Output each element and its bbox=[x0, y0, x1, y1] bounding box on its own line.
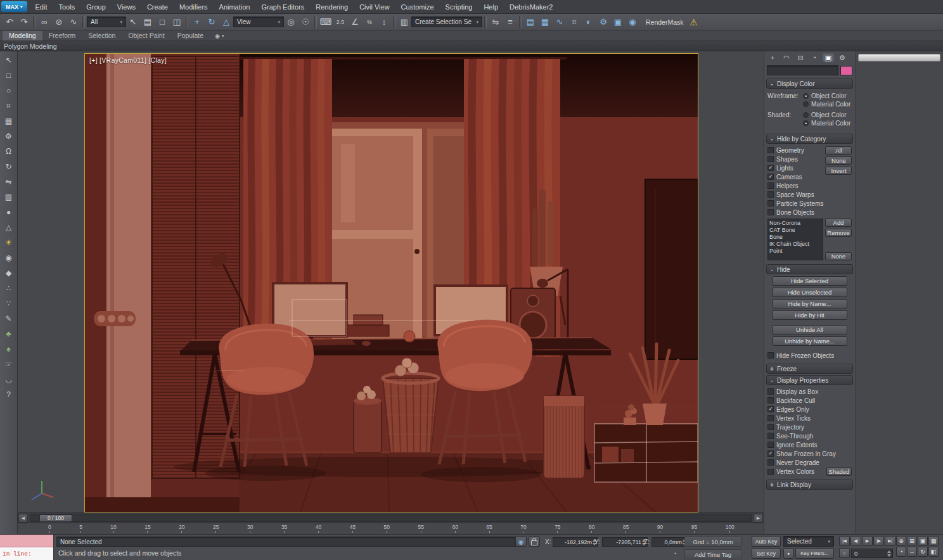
shaded-color-radio[interactable]: ● Material Color bbox=[803, 119, 850, 127]
curve-editor-icon[interactable]: ∿ bbox=[553, 15, 567, 29]
checkbox[interactable]: ✓ bbox=[767, 406, 774, 412]
display-property-row[interactable]: Trajectory bbox=[767, 423, 852, 431]
checkbox[interactable] bbox=[767, 156, 774, 162]
auto-key-button[interactable]: Auto Key bbox=[752, 536, 781, 547]
pan-icon[interactable]: ↔ bbox=[907, 547, 917, 557]
create-tab[interactable]: + bbox=[766, 53, 779, 63]
reference-coordinate-dropdown[interactable]: View bbox=[233, 16, 284, 27]
keyboard-override-icon[interactable]: ⌨ bbox=[319, 15, 333, 29]
checkbox[interactable] bbox=[767, 182, 774, 189]
hand-tool-icon[interactable]: ☞ bbox=[1, 357, 16, 371]
mirror-tool-icon[interactable]: ⇋ bbox=[1, 175, 16, 189]
lattice-icon[interactable]: ⌗ bbox=[1, 99, 16, 113]
radio-icon[interactable]: ● bbox=[803, 120, 809, 126]
spinner-snap-icon[interactable]: ↕ bbox=[377, 15, 391, 29]
display-property-row[interactable]: Never Degrade bbox=[767, 458, 852, 467]
menu-item[interactable]: DebrisMaker2 bbox=[504, 0, 558, 13]
display-property-row[interactable]: See-Through bbox=[767, 431, 852, 440]
none-button[interactable]: None bbox=[825, 252, 852, 260]
warning-icon[interactable]: ⚠ bbox=[688, 17, 700, 27]
radio-icon[interactable]: ● bbox=[803, 93, 809, 99]
render-production-icon[interactable]: ◉ bbox=[625, 15, 639, 29]
motion-tab[interactable]: ◔ bbox=[808, 53, 821, 63]
ribbon-config-icon[interactable]: ◉ bbox=[215, 33, 224, 41]
display-property-row[interactable]: Display as Box bbox=[767, 387, 852, 396]
named-selection-set-dropdown[interactable]: Create Selection Se bbox=[411, 16, 482, 27]
percent-snap-icon[interactable]: % bbox=[362, 15, 376, 29]
cone-primitive-icon[interactable]: △ bbox=[1, 220, 16, 234]
radio-icon[interactable] bbox=[803, 101, 809, 107]
go-to-start-icon[interactable]: |◀ bbox=[839, 536, 850, 546]
hide-button[interactable]: Hide by Hit bbox=[773, 310, 847, 320]
hedra-icon[interactable]: ◆ bbox=[1, 266, 16, 280]
bone-objects-list[interactable]: Non-CoronaCAT BoneBoneIK Chain ObjectPoi… bbox=[767, 219, 823, 260]
rendered-frame-icon[interactable]: ▣ bbox=[611, 15, 625, 29]
modify-tab[interactable]: ◠ bbox=[780, 53, 793, 63]
undo-icon[interactable]: ↶ bbox=[3, 15, 16, 29]
spray-icon[interactable]: ∵ bbox=[1, 296, 16, 310]
docked-toolbar[interactable] bbox=[858, 54, 940, 61]
checkbox[interactable] bbox=[767, 442, 774, 448]
grid-array-icon[interactable]: ▦ bbox=[1, 114, 16, 128]
category-checkbox-row[interactable]: Shapes bbox=[767, 155, 823, 163]
grass-icon[interactable]: ♠ bbox=[1, 342, 16, 356]
checkbox[interactable]: ✓ bbox=[767, 450, 774, 457]
ribbon-tab[interactable]: Object Paint bbox=[122, 31, 170, 41]
selection-filter-dropdown[interactable]: All bbox=[87, 16, 126, 27]
list-item[interactable]: IK Chain Object bbox=[769, 241, 821, 248]
rollout-header-display-properties[interactable]: - Display Properties bbox=[766, 375, 853, 385]
menu-item[interactable]: Modifiers bbox=[174, 0, 214, 13]
rendermask-label[interactable]: RenderMask bbox=[646, 18, 684, 26]
key-mode-icon[interactable]: ● bbox=[783, 548, 793, 559]
previous-frame-icon[interactable]: ◀| bbox=[850, 536, 861, 546]
rollout-header-link-display[interactable]: + Link Display bbox=[766, 480, 853, 490]
hide-button[interactable]: Hide by Name... bbox=[773, 299, 847, 309]
radio-icon[interactable] bbox=[803, 112, 809, 118]
layer-manager-icon[interactable]: ▤ bbox=[523, 15, 537, 29]
rotate-tool-icon[interactable]: ↻ bbox=[1, 160, 16, 174]
menu-item[interactable]: Create bbox=[141, 0, 174, 13]
display-property-row[interactable]: ✓ Edges Only bbox=[767, 405, 852, 414]
checkbox[interactable] bbox=[767, 424, 774, 430]
go-to-end-icon[interactable]: ▶| bbox=[885, 536, 895, 546]
select-and-move-icon[interactable]: + bbox=[190, 15, 204, 29]
zoom-extents-all-icon[interactable]: ▦ bbox=[928, 536, 939, 546]
key-selection-dropdown[interactable]: Selected bbox=[783, 536, 834, 547]
track-bar[interactable]: 0510152025303540455055606570758085909510… bbox=[18, 523, 764, 534]
category-checkbox-row[interactable]: ✓ Lights bbox=[767, 163, 823, 172]
select-icon[interactable]: ↖ bbox=[1, 53, 16, 67]
add-button[interactable]: Add bbox=[825, 219, 852, 227]
menu-item[interactable]: Civil View bbox=[354, 0, 395, 13]
display-property-row[interactable]: Ignore Extents bbox=[767, 440, 852, 449]
x-coordinate-field[interactable]: -182,192m bbox=[553, 537, 598, 547]
checkbox[interactable]: ✓ bbox=[767, 165, 774, 171]
scatter-icon[interactable]: ∴ bbox=[1, 281, 16, 295]
display-property-row[interactable]: ✓ Show Frozen in Gray bbox=[767, 449, 852, 458]
ribbon-tab[interactable]: Populate bbox=[171, 31, 210, 41]
checkbox[interactable] bbox=[767, 397, 774, 404]
window-crossing-icon[interactable]: ◫ bbox=[170, 15, 184, 29]
align-icon[interactable]: ≡ bbox=[503, 15, 517, 29]
time-slider-track[interactable]: 0 / 100 bbox=[30, 514, 752, 522]
menu-item[interactable]: Edit bbox=[30, 0, 53, 13]
list-item[interactable]: CAT Bone bbox=[769, 227, 821, 234]
checkbox[interactable] bbox=[767, 469, 774, 475]
hide-frozen-objects-row[interactable]: Hide Frozen Objects bbox=[767, 351, 852, 360]
category-checkbox-row[interactable]: Bone Objects bbox=[767, 208, 823, 217]
checkbox[interactable] bbox=[767, 433, 774, 439]
time-forward-arrow[interactable]: ▶ bbox=[754, 514, 763, 523]
shaded-color-radio[interactable]: Object Color bbox=[803, 111, 850, 119]
zoom-all-icon[interactable]: ⊞ bbox=[907, 536, 917, 546]
schematic-view-icon[interactable]: ⌗ bbox=[567, 15, 581, 29]
set-key-button[interactable]: Set Key bbox=[752, 548, 781, 559]
render-setup-icon[interactable]: ⚙ bbox=[596, 15, 610, 29]
zoom-icon[interactable]: ⊕ bbox=[896, 536, 906, 546]
remove-button[interactable]: Remove bbox=[825, 229, 852, 237]
display-tab[interactable]: ▣ bbox=[822, 53, 835, 63]
ribbon-tab[interactable]: Modeling bbox=[3, 31, 42, 41]
maximize-viewport-icon[interactable]: ◧ bbox=[928, 547, 939, 557]
sphere-primitive-icon[interactable]: ● bbox=[1, 205, 16, 219]
ribbon-tab[interactable]: Selection bbox=[82, 31, 122, 41]
isolate-selection-toggle[interactable]: ◉ bbox=[515, 537, 527, 547]
hide-button[interactable]: Hide Unselected bbox=[773, 288, 847, 297]
